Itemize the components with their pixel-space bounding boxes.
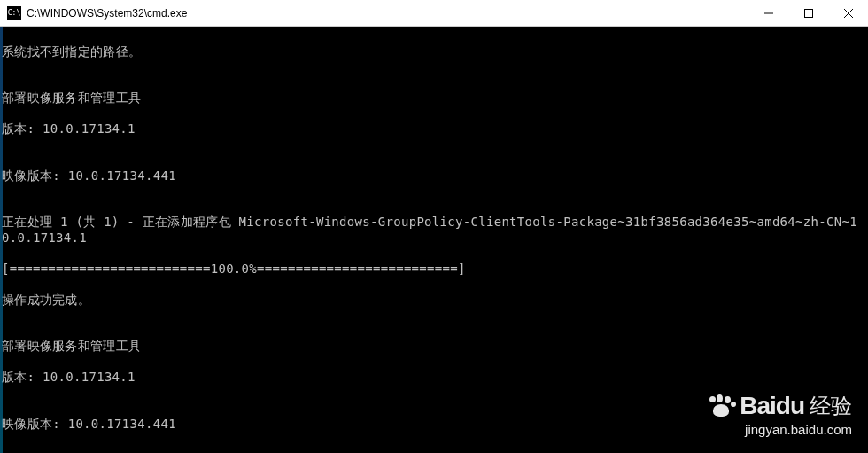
terminal-line: 正在处理 1 (共 1) - 正在添加程序包 Microsoft-Windows… [2,215,866,246]
terminal-line: 映像版本: 10.0.17134.441 [2,168,866,184]
watermark-brand-row: Baidu 经验 [708,392,852,420]
terminal-line: [==========================100.0%=======… [2,262,866,277]
terminal-line: 操作成功完成。 [2,293,866,309]
window-title: C:\WINDOWS\System32\cmd.exe [27,7,748,20]
terminal-line: 部署映像服务和管理工具 [2,90,866,106]
maximize-button[interactable] [788,0,828,26]
watermark: Baidu 经验 jingyan.baidu.com [708,392,852,437]
window-controls [748,0,868,26]
minimize-button[interactable] [748,0,788,26]
titlebar[interactable]: C:\ C:\WINDOWS\System32\cmd.exe [0,0,868,27]
terminal-line: 部署映像服务和管理工具 [2,339,866,355]
terminal-line: 版本: 10.0.17134.1 [2,121,866,137]
cmd-icon: C:\ [7,6,21,20]
terminal-output[interactable]: 系统找不到指定的路径。 部署映像服务和管理工具 版本: 10.0.17134.1… [0,27,868,453]
close-button[interactable] [828,0,868,26]
watermark-url: jingyan.baidu.com [708,422,852,437]
paw-icon [708,394,734,418]
terminal-line: 系统找不到指定的路径。 [2,44,866,60]
terminal-line: 版本: 10.0.17134.1 [2,370,866,386]
svg-rect-1 [804,9,812,17]
watermark-cn: 经验 [810,392,852,420]
left-edge-decoration [0,27,3,453]
watermark-brand: Baidu [740,392,804,420]
